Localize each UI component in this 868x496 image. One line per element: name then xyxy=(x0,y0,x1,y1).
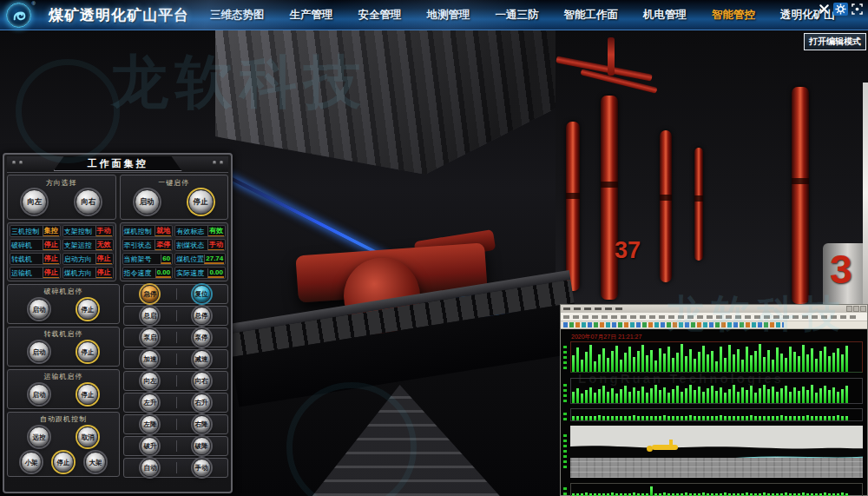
右升-button[interactable]: 右升 xyxy=(193,393,211,412)
大架-button[interactable]: 大架 xyxy=(85,452,106,473)
machine-groups-column: 破碎机启停启动停止转载机启停启动停止运输机启停启动停止自动跟机控制远控取消小架停… xyxy=(7,284,120,478)
总停-button[interactable]: 总停 xyxy=(193,307,211,325)
status-指令速度: 指令速度0.00 xyxy=(122,267,174,279)
nav-item-智能管控[interactable]: 智能管控 xyxy=(712,8,755,23)
自动-button[interactable]: 自动 xyxy=(141,459,159,477)
停止-button[interactable]: 停止 xyxy=(77,384,98,405)
group-自动跟机控制: 自动跟机控制远控取消小架停止大架 xyxy=(7,412,120,477)
direction-select-section: 方向选择 向左向右 xyxy=(7,175,116,220)
status-支架运控: 支架运控无效 xyxy=(62,239,114,251)
向左-button[interactable]: 向左 xyxy=(22,189,47,215)
workface-control-panel: 工作面集控 方向选择 向左向右 一键启停 启动停止 三机控制集控支架控制手动破碎… xyxy=(3,153,233,493)
app-title: 煤矿透明化矿山平台 xyxy=(49,5,189,25)
status-转载机: 转载机停止 xyxy=(10,253,61,265)
tools-icon[interactable] xyxy=(817,3,832,16)
action-row: 自动手动 xyxy=(123,458,228,478)
group-title: 破碎机启停 xyxy=(8,287,119,296)
hydraulic-prop xyxy=(694,148,703,261)
急停-button[interactable]: 急停 xyxy=(141,285,159,303)
support-number-3: 3 xyxy=(830,246,852,293)
向左-button[interactable]: 向左 xyxy=(141,372,159,390)
monitor-app-window: 2020年07月27日 21:21:27 LongRuan Technologi… xyxy=(560,304,868,496)
nav-item-智能工作面[interactable]: 智能工作面 xyxy=(564,8,619,23)
gear-icon[interactable] xyxy=(833,3,848,16)
停止-button[interactable]: 停止 xyxy=(77,299,98,320)
nav-item-一通三防[interactable]: 一通三防 xyxy=(496,8,539,23)
status-实际速度: 实际速度0.00 xyxy=(174,267,226,279)
status-当前架号: 当前架号60 xyxy=(122,253,174,265)
edit-mode-button[interactable]: 打开编辑模式 xyxy=(804,33,866,50)
复位-button[interactable]: 复位 xyxy=(193,285,211,303)
action-row: 急停复位 xyxy=(123,284,228,304)
泵停-button[interactable]: 泵停 xyxy=(193,328,211,347)
group-运输机启停: 运输机启停启动停止 xyxy=(7,369,120,409)
status-grid-left: 三机控制集控支架控制手动破碎机停止支架运控无效转载机停止启动方向停止运输机停止煤… xyxy=(7,222,116,281)
启动-button[interactable]: 启动 xyxy=(29,384,49,405)
nav-item-机电管理[interactable]: 机电管理 xyxy=(643,8,687,23)
破升-button[interactable]: 破升 xyxy=(141,437,159,455)
right-edge-strip xyxy=(863,83,868,304)
action-row: 向左向右 xyxy=(123,371,228,391)
status-三机控制: 三机控制集控 xyxy=(10,225,61,237)
破降-button[interactable]: 破降 xyxy=(193,437,211,455)
取消-button[interactable]: 取消 xyxy=(77,427,98,447)
手动-button[interactable]: 手动 xyxy=(193,459,211,477)
status-牵引状态: 牵引状态牵停 xyxy=(122,239,174,251)
status-有效标志: 有效标志有效 xyxy=(174,225,226,237)
nav-item-地测管理[interactable]: 地测管理 xyxy=(427,8,470,23)
minimize-icon[interactable] xyxy=(846,306,852,312)
close-icon[interactable] xyxy=(860,306,866,312)
泵启-button[interactable]: 泵启 xyxy=(141,328,159,347)
加速-button[interactable]: 加速 xyxy=(141,350,159,368)
action-row: 破升破降 xyxy=(123,436,228,456)
bottom-tick-band xyxy=(570,483,863,496)
window-icons xyxy=(817,3,865,16)
tunnel-ceiling xyxy=(215,30,597,220)
nav-item-生产管理[interactable]: 生产管理 xyxy=(290,8,333,23)
status-运输机: 运输机停止 xyxy=(10,267,61,279)
nav-item-安全管理[interactable]: 安全管理 xyxy=(358,8,402,23)
减速-button[interactable]: 减速 xyxy=(193,350,211,368)
action-row: 加速减速 xyxy=(123,349,228,369)
左降-button[interactable]: 左降 xyxy=(141,415,159,433)
status-支架控制: 支架控制手动 xyxy=(62,225,114,237)
向右-button[interactable]: 向右 xyxy=(76,189,101,215)
向右-button[interactable]: 向右 xyxy=(193,372,211,390)
section-title: 方向选择 xyxy=(8,178,115,188)
启动-button[interactable]: 启动 xyxy=(29,299,49,320)
shearer-marker xyxy=(652,440,683,452)
pressure-plot-area: 2020年07月27日 21:21:27 LongRuan Technologi… xyxy=(561,329,867,495)
maximize-icon[interactable] xyxy=(853,306,859,312)
toolbar[interactable] xyxy=(561,321,867,329)
panel-header: 工作面集控 xyxy=(7,156,228,173)
fullscreen-icon[interactable] xyxy=(850,3,865,16)
status-grid-right: 煤机控制就地有效标志有效牵引状态牵停割煤状态手动当前架号60煤机位置27.74指… xyxy=(120,222,229,281)
window-titlebar[interactable] xyxy=(561,305,867,313)
启动-button[interactable]: 启动 xyxy=(135,189,160,215)
group-转载机启停: 转载机启停启动停止 xyxy=(7,327,120,367)
远控-button[interactable]: 远控 xyxy=(29,427,49,447)
停止-button[interactable]: 停止 xyxy=(188,189,214,215)
group-title: 自动跟机控制 xyxy=(8,414,119,424)
red-pipe xyxy=(608,37,615,76)
左升-button[interactable]: 左升 xyxy=(141,393,159,412)
小架-button[interactable]: 小架 xyxy=(21,452,42,473)
action-row: 左降右降 xyxy=(123,414,228,434)
nav-item-三维态势图[interactable]: 三维态势图 xyxy=(210,8,265,23)
plot-timestamp: 2020年07月27日 21:21:27 xyxy=(571,333,641,341)
status-煤机方向: 煤机方向停止 xyxy=(62,267,114,279)
停止-button[interactable]: 停止 xyxy=(53,452,74,473)
停止-button[interactable]: 停止 xyxy=(77,341,98,362)
menu-bar[interactable] xyxy=(561,313,867,321)
hydraulic-prop xyxy=(601,96,618,300)
右降-button[interactable]: 右降 xyxy=(193,415,211,433)
hydraulic-prop xyxy=(660,130,672,282)
启动-button[interactable]: 启动 xyxy=(29,341,49,362)
top-nav-bar: ® 煤矿透明化矿山平台 三维态势图生产管理安全管理地测管理一通三防智能工作面机电… xyxy=(0,0,868,30)
总启-button[interactable]: 总启 xyxy=(141,307,159,325)
walkway xyxy=(256,385,569,496)
action-buttons-column: 急停复位总启总停泵启泵停加速减速向左向右左升右升左降右降破升破降自动手动 xyxy=(123,284,228,478)
action-row: 总启总停 xyxy=(123,306,228,326)
status-启动方向: 启动方向停止 xyxy=(62,253,114,265)
app-root: 37 3 龙软科技 龙软科技 ® 煤矿透明化矿山平台 三维态势图生产管理安全管理… xyxy=(0,0,868,496)
